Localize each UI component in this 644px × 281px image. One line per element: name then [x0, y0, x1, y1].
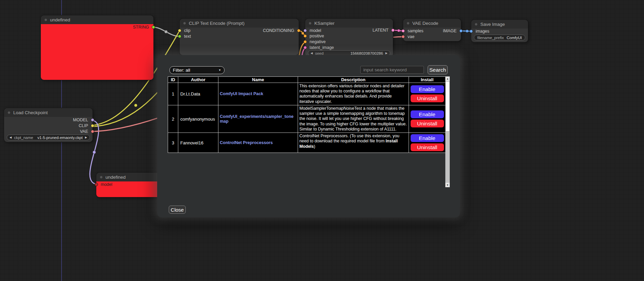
slot-dot[interactable] — [178, 35, 181, 38]
extension-row: 3 Fannovel16 ControlNet Preprocessors Co… — [168, 133, 445, 153]
output-slot-model[interactable]: MODEL — [4, 118, 93, 122]
slot-label: LATENT — [373, 28, 389, 33]
node-title-bar[interactable]: undefined — [41, 15, 153, 24]
collapse-dot-icon[interactable] — [183, 22, 186, 25]
node-clip-text-encode[interactable]: CLIP Text Encode (Prompt) clip text COND… — [180, 19, 299, 55]
node-undefined-top[interactable]: undefined STRING — [41, 15, 153, 80]
slot-dot[interactable] — [152, 25, 155, 29]
input-slot-negative[interactable]: negative — [305, 39, 393, 44]
slot-label: IMAGE — [443, 29, 457, 33]
slot-dot[interactable] — [459, 29, 463, 33]
slot-dot[interactable] — [91, 118, 94, 122]
node-title-bar[interactable]: CLIP Text Encode (Prompt) — [180, 19, 299, 28]
node-title-label: undefined — [105, 175, 126, 180]
input-slot-latent-image[interactable]: latent_image — [305, 45, 393, 50]
decrement-arrow-icon[interactable]: ◀ — [10, 135, 12, 140]
uninstall-button[interactable]: Uninstall — [411, 120, 444, 127]
slot-dot[interactable] — [91, 124, 94, 127]
link-dot-string — [165, 30, 168, 33]
slot-dot[interactable] — [303, 34, 307, 38]
header-id: ID — [168, 77, 178, 83]
extension-link[interactable]: ComfyUI_experiments/sampler_tonemap — [220, 114, 296, 124]
node-title-bar[interactable]: Load Checkpoint — [4, 108, 93, 117]
link-dot-conditioning — [301, 32, 304, 35]
slot-label: VAE — [80, 129, 88, 134]
ckpt-name-widget[interactable]: ◀ ckpt_name v1-5-pruned-emaonly.ckpt ▶ — [7, 135, 90, 140]
slot-label: text — [184, 34, 191, 39]
slot-label: images — [476, 29, 489, 34]
output-slot-clip[interactable]: CLIP — [4, 123, 93, 128]
slot-label: CLIP — [79, 123, 88, 128]
output-slot-conditioning[interactable]: CONDITIONING — [180, 28, 299, 33]
slot-dot[interactable] — [303, 40, 307, 43]
collapse-dot-icon[interactable] — [407, 22, 410, 25]
uninstall-button[interactable]: Uninstall — [411, 94, 444, 102]
node-title-label: Load Checkpoint — [13, 110, 48, 115]
slot-dot[interactable] — [303, 46, 307, 49]
table-scrollbar[interactable]: ▲ ▼ — [445, 76, 450, 187]
node-title-label: undefined — [50, 17, 70, 22]
output-slot-latent[interactable]: LATENT — [305, 28, 393, 33]
input-slot-images[interactable]: images — [471, 29, 528, 34]
widget-value: ComfyUI — [507, 36, 522, 40]
slot-label: latent_image — [310, 45, 334, 50]
header-description: Description — [298, 77, 409, 83]
enable-button[interactable]: Enable — [411, 110, 444, 118]
extension-link[interactable]: ControlNet Preprocessors — [220, 140, 273, 145]
header-install: Install — [409, 77, 446, 83]
input-slot-vae[interactable]: vae — [403, 34, 461, 39]
description-text: ModelSamplerTonemapNoiseTest a node that… — [299, 106, 407, 131]
extension-row: 2 comfyanonymous ComfyUI_experiments/sam… — [168, 105, 445, 133]
node-title-bar[interactable]: VAE Decode — [403, 19, 461, 28]
node-title-label: VAE Decode — [412, 21, 438, 26]
slot-dot[interactable] — [297, 29, 300, 32]
enable-button[interactable]: Enable — [411, 134, 444, 142]
node-vae-decode[interactable]: VAE Decode samples vae IMAGE — [403, 19, 461, 41]
collapse-dot-icon[interactable] — [44, 18, 47, 21]
search-button[interactable]: Search — [428, 65, 448, 74]
row-author: comfyanonymous — [178, 105, 218, 133]
slot-dot[interactable] — [91, 130, 94, 133]
output-slot-image[interactable]: IMAGE — [403, 29, 461, 33]
increment-arrow-icon[interactable]: ▶ — [85, 135, 87, 140]
extension-link[interactable]: ComfyUI Impact Pack — [220, 91, 263, 96]
filter-select[interactable]: Filter: all ▼ — [169, 66, 225, 74]
row-description: ModelSamplerTonemapNoiseTest a node that… — [298, 105, 409, 133]
node-load-checkpoint[interactable]: Load Checkpoint MODEL CLIP VAE ◀ ckpt_na… — [4, 108, 93, 142]
collapse-dot-icon[interactable] — [309, 22, 312, 25]
search-input[interactable] — [360, 66, 424, 74]
row-install-cell: Enable Uninstall — [409, 105, 446, 133]
node-title-label: Save Image — [480, 22, 505, 27]
scroll-up-arrow-icon[interactable]: ▲ — [445, 76, 450, 81]
input-slot-text[interactable]: text — [180, 34, 299, 39]
enable-button[interactable]: Enable — [411, 85, 444, 93]
slot-label: vae — [408, 34, 414, 39]
slot-dot[interactable] — [391, 29, 395, 32]
slot-dot[interactable] — [401, 35, 405, 38]
slot-dot[interactable] — [95, 183, 98, 186]
link-dot-image — [466, 30, 468, 33]
output-slot-string[interactable]: STRING — [41, 25, 153, 30]
scroll-down-arrow-icon[interactable]: ▼ — [445, 183, 450, 187]
node-title-label: KSampler — [314, 21, 334, 26]
uninstall-button[interactable]: Uninstall — [411, 143, 444, 151]
filename-prefix-widget[interactable]: filename_prefix ComfyUI — [474, 35, 525, 40]
node-title-bar[interactable]: KSampler — [305, 19, 393, 28]
table-header-row: ID Author Name Description Install — [168, 77, 445, 83]
collapse-dot-icon[interactable] — [475, 23, 478, 26]
input-slot-positive[interactable]: positive — [305, 34, 393, 38]
node-title-bar[interactable]: Save Image — [471, 20, 528, 29]
link-dot-clip — [134, 104, 137, 107]
node-ksampler[interactable]: KSampler model positive negative latent_… — [305, 19, 393, 57]
slot-label: model — [101, 182, 112, 187]
comfyui-canvas[interactable]: undefined STRING CLIP Text Encode (Promp… — [0, 0, 644, 281]
node-save-image[interactable]: Save Image images filename_prefix ComfyU… — [471, 20, 528, 42]
collapse-dot-icon[interactable] — [7, 111, 11, 114]
install-custom-nodes-dialog: Filter: all ▼ Search ID Author Name Desc… — [157, 55, 460, 217]
row-author: Fannovel16 — [178, 133, 218, 153]
output-slot-vae[interactable]: VAE — [4, 129, 93, 134]
slot-dot[interactable] — [469, 30, 473, 33]
collapse-dot-icon[interactable] — [100, 176, 103, 179]
close-button[interactable]: Close — [169, 206, 186, 214]
scrollbar-thumb[interactable] — [445, 81, 450, 131]
